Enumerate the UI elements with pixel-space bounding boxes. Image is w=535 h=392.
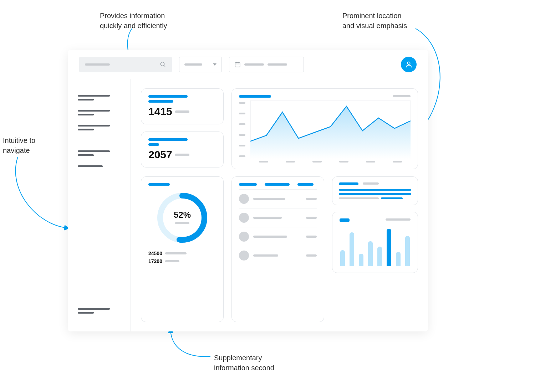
table-row[interactable] [239,208,317,227]
svg-line-1 [164,65,165,67]
search-input[interactable] [79,57,172,72]
donut-percent: 52% [174,210,191,220]
user-avatar[interactable] [401,57,417,72]
dashboard-frame: 1415 2057 [68,50,428,331]
chart-y-axis [239,100,245,159]
row-icon [239,232,249,242]
donut-chart: 52% [154,189,211,246]
line-chart [250,100,411,159]
table-row[interactable] [239,189,317,208]
topbar [68,50,428,79]
svg-point-0 [160,62,164,66]
annotation-navigate: Intuitive to navigate [3,135,35,155]
metric-card-1[interactable]: 1415 [141,88,224,124]
sidebar-item[interactable] [78,92,121,103]
table-card[interactable] [231,176,324,322]
svg-point-6 [407,62,410,64]
line-chart-card[interactable] [231,88,418,169]
metric-value-1: 1415 [148,105,172,118]
table-row[interactable] [239,227,317,246]
sidebar-item[interactable] [78,107,121,118]
annotation-quick-info: Provides information quickly and efficie… [100,11,167,31]
metric-value-2: 2057 [148,149,172,161]
annotation-supplementary: Supplementary information second [214,353,274,373]
donut-footer-2: 17200 [148,258,162,264]
sidebar-item[interactable] [78,122,121,133]
dropdown-label [184,63,202,66]
metric-card-2[interactable]: 2057 [141,131,224,167]
sidebar-item[interactable] [78,305,121,316]
sidebar-item[interactable] [78,148,121,159]
table-header [239,183,317,186]
search-placeholder [85,63,110,66]
chart-x-axis [250,161,411,163]
calendar-icon [234,61,241,68]
bar-chart [340,223,411,266]
metric-title [148,138,188,141]
metric-title [148,95,188,98]
donut-footer-1: 24500 [148,251,162,256]
date-end [268,63,287,66]
annotation-prominent: Prominent location and visual emphasis [342,11,407,31]
main-content: 1415 2057 [131,79,428,331]
row-icon [239,251,249,261]
filter-dropdown[interactable] [179,57,222,72]
user-icon [405,61,413,68]
date-start [244,63,264,66]
chart-title [239,95,271,98]
chart-menu[interactable] [393,95,411,97]
date-range-picker[interactable] [229,57,304,72]
search-icon [160,61,166,68]
row-icon [239,194,249,204]
metric-subtitle [148,100,173,103]
chevron-down-icon [213,63,216,66]
sidebar [68,79,131,331]
svg-rect-2 [235,62,240,67]
text-block-card[interactable] [332,176,418,205]
bar-chart-card[interactable] [332,212,418,273]
sidebar-item[interactable] [78,163,121,170]
row-icon [239,213,249,223]
metric-subtitle [148,143,159,146]
donut-title [148,183,170,186]
donut-card[interactable]: 52% 24500 17200 [141,176,224,322]
table-row[interactable] [239,246,317,265]
